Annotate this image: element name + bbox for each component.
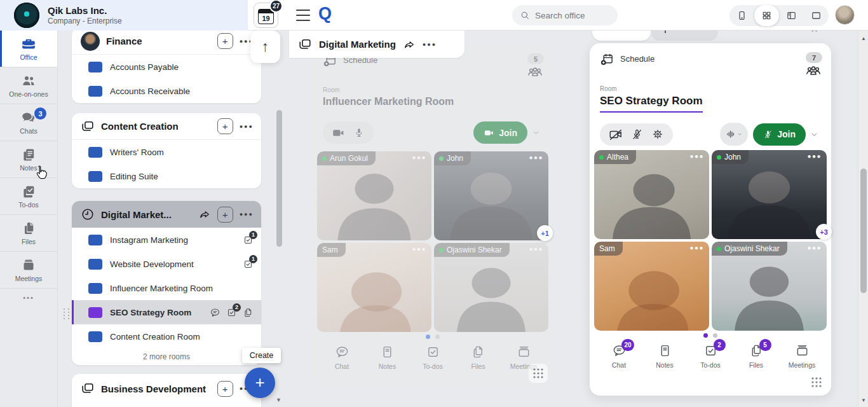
members-icon[interactable]: [526, 66, 544, 79]
tile-more-icon[interactable]: ●●●: [412, 245, 426, 252]
tab-chat[interactable]: Chat: [324, 345, 360, 370]
sidebar-item-todos[interactable]: To-dos: [0, 178, 57, 215]
todo-mini-icon[interactable]: 1: [243, 235, 254, 245]
sidebar-item-notes[interactable]: Notes: [0, 141, 57, 178]
tab-meetings[interactable]: Meetings: [784, 343, 820, 369]
grid-handle-icon[interactable]: [529, 364, 548, 383]
sidebar-more-icon[interactable]: •••: [0, 289, 57, 307]
team-header[interactable]: Business Development + ●●●: [72, 374, 261, 403]
room-row[interactable]: Instagram Marketing 1: [72, 228, 261, 252]
tile-more-icon[interactable]: ●●●: [807, 153, 822, 160]
create-fab-button[interactable]: +: [245, 368, 275, 398]
pagination-dots[interactable]: [590, 333, 831, 338]
tab-todos[interactable]: 2 To-dos: [693, 343, 728, 369]
more-options-icon[interactable]: ●●●: [240, 123, 254, 130]
participant-tile[interactable]: Ojaswini Shekar ●●●: [434, 243, 548, 332]
chat-mini-icon[interactable]: [210, 307, 220, 318]
add-room-button[interactable]: +: [217, 381, 233, 397]
participant-tile[interactable]: Sam ●●●: [317, 243, 431, 332]
members-icon[interactable]: [804, 64, 822, 78]
add-room-button[interactable]: +: [217, 207, 233, 223]
tile-more-icon[interactable]: ●●●: [689, 244, 704, 251]
camera-off-icon[interactable]: [609, 128, 623, 141]
add-room-button[interactable]: +: [217, 33, 233, 49]
drag-handle-icon[interactable]: [62, 308, 71, 320]
team-header[interactable]: Content Creation + ●●●: [72, 113, 261, 140]
join-options-chevron-icon[interactable]: [806, 123, 822, 146]
participant-tile[interactable]: Sam ●●●: [594, 242, 709, 331]
tile-more-icon[interactable]: ●●●: [807, 244, 822, 251]
scroll-down-icon[interactable]: ▼: [858, 397, 868, 403]
tab-todos[interactable]: To-dos: [415, 345, 451, 370]
layout-panel-icon[interactable]: [779, 5, 804, 26]
room-row[interactable]: Website Development 1: [72, 252, 261, 276]
tile-more-icon[interactable]: ●●●: [529, 245, 543, 252]
tab-files[interactable]: Files: [461, 345, 496, 370]
share-icon[interactable]: [198, 208, 211, 221]
room-row-selected[interactable]: SEO Strategy Room 2: [72, 300, 261, 324]
todo-mini-icon[interactable]: 1: [243, 259, 254, 270]
join-options-chevron-icon[interactable]: [527, 121, 544, 144]
room-row[interactable]: Influencer Marketing Room: [72, 276, 261, 300]
sidebar-item-chats[interactable]: Chats 3: [0, 104, 57, 141]
calendar-button[interactable]: 19 27: [254, 3, 278, 28]
company-header[interactable]: Qik Labs Inc. Company - Enterprise: [0, 0, 248, 31]
layout-full-icon[interactable]: [804, 5, 829, 26]
files-mini-icon[interactable]: [243, 307, 254, 318]
add-room-button[interactable]: +: [217, 118, 233, 134]
overflow-participants-badge[interactable]: +1: [537, 225, 553, 241]
participant-tile[interactable]: Arun Gokul ●●●: [317, 151, 431, 240]
join-button[interactable]: Join: [753, 123, 806, 146]
sidebar-item-one-on-ones[interactable]: One-on-ones: [0, 67, 57, 104]
team-header[interactable]: Finance + ●●●: [72, 28, 261, 55]
menu-icon[interactable]: [296, 10, 310, 21]
room-row[interactable]: Editing Suite: [72, 164, 261, 188]
participant-tile[interactable]: Ojaswini Shekar ●●●: [712, 242, 827, 331]
search-input[interactable]: [535, 11, 605, 20]
page-scrollbar[interactable]: ▲ ▼: [858, 31, 868, 407]
scrollbar-thumb[interactable]: [860, 169, 867, 293]
room-row[interactable]: Accounts Receivable: [72, 79, 261, 103]
user-avatar[interactable]: [835, 5, 855, 25]
tab-files[interactable]: 5 Files: [738, 343, 774, 369]
scroll-up-icon[interactable]: ▲: [858, 36, 868, 41]
camera-icon[interactable]: [332, 127, 345, 139]
teams-scrollbar-down-icon[interactable]: ▼: [276, 397, 281, 403]
sidebar-item-files[interactable]: Files: [0, 215, 57, 252]
tab-notes[interactable]: Notes: [647, 343, 682, 369]
pagination-dots[interactable]: [313, 335, 553, 339]
sidebar-item-meetings[interactable]: Meetings: [0, 252, 57, 289]
todo-mini-icon[interactable]: 2: [226, 307, 237, 318]
more-options-icon[interactable]: ●●●: [240, 211, 254, 217]
grid-handle-icon[interactable]: [807, 373, 826, 392]
more-rooms-link[interactable]: 2 more rooms: [72, 348, 261, 365]
audio-device-button[interactable]: [720, 123, 748, 146]
room-row[interactable]: Accounts Payable: [72, 55, 261, 79]
participant-tile[interactable]: Althea ●●●: [594, 150, 709, 239]
room-row[interactable]: Content Creation Room: [72, 324, 261, 348]
participant-tile[interactable]: John ●●●: [434, 151, 548, 240]
more-options-icon[interactable]: ●●●: [423, 41, 437, 48]
schedule-icon[interactable]: [600, 52, 614, 67]
tab-notes[interactable]: Notes: [370, 345, 405, 370]
search-bar[interactable]: [512, 5, 618, 25]
layout-grid-icon[interactable]: [754, 5, 779, 26]
layout-mobile-icon[interactable]: [729, 5, 754, 26]
team-header[interactable]: Digital Market... + ●●●: [72, 201, 261, 228]
overflow-participants-badge[interactable]: +3: [816, 224, 832, 240]
tile-more-icon[interactable]: ●●●: [412, 154, 426, 161]
tile-more-icon[interactable]: ●●●: [529, 154, 543, 161]
settings-gear-icon[interactable]: [651, 128, 664, 141]
mic-icon[interactable]: [353, 127, 365, 139]
sidebar-item-office[interactable]: Office: [0, 31, 57, 67]
join-button[interactable]: Join: [473, 121, 527, 144]
teams-scrollbar-thumb[interactable]: [276, 110, 282, 247]
share-icon[interactable]: [403, 38, 416, 51]
tab-chat[interactable]: 20 Chat: [601, 343, 637, 369]
app-logo[interactable]: Q: [318, 4, 331, 24]
participant-tile[interactable]: John ●●●: [712, 150, 827, 239]
tile-more-icon[interactable]: ●●●: [689, 153, 704, 160]
mic-off-icon[interactable]: [631, 128, 643, 141]
scroll-to-top-button[interactable]: ↑: [250, 31, 280, 63]
room-row[interactable]: Writers' Room: [72, 140, 261, 164]
